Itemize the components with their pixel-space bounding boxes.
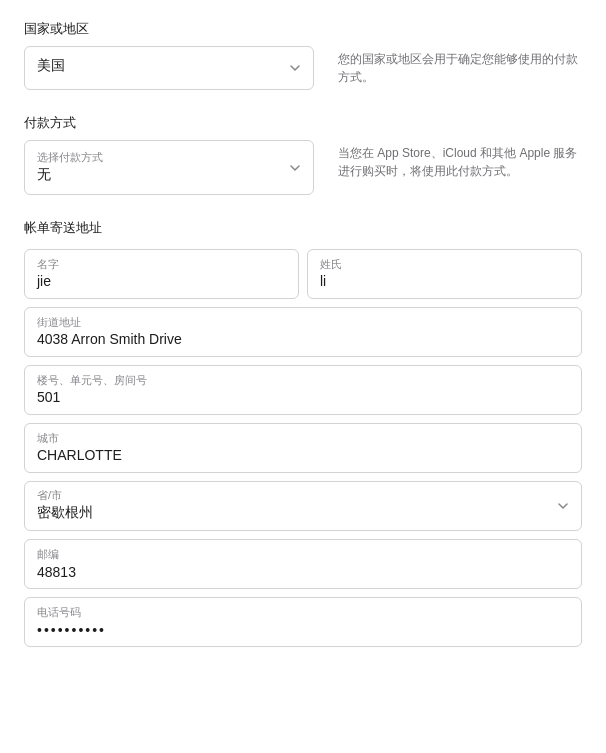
chevron-down-icon [289, 62, 301, 74]
apt-value: 501 [37, 389, 569, 405]
payment-right-col: 当您在 App Store、iCloud 和其他 Apple 服务进行购买时，将… [338, 114, 582, 195]
city-value: CHARLOTTE [37, 447, 569, 463]
last-name-field[interactable]: 姓氏 li [307, 249, 582, 299]
zip-field[interactable]: 邮编 48813 [24, 539, 582, 589]
apt-label: 楼号、单元号、房间号 [37, 373, 569, 387]
state-value: 密歇根州 [37, 504, 545, 522]
zip-label: 邮编 [37, 547, 569, 561]
first-name-value: jie [37, 273, 286, 289]
payment-left-col: 付款方式 选择付款方式 无 [24, 114, 314, 195]
country-right-col: 您的国家或地区会用于确定您能够使用的付款方式。 [338, 20, 582, 90]
billing-title: 帐单寄送地址 [24, 219, 582, 237]
country-select[interactable]: 美国 [24, 46, 314, 90]
first-name-field[interactable]: 名字 jie [24, 249, 299, 299]
apt-field[interactable]: 楼号、单元号、房间号 501 [24, 365, 582, 415]
phone-field[interactable]: 电话号码 •••••••••• [24, 597, 582, 647]
country-label: 国家或地区 [24, 20, 314, 38]
street-field[interactable]: 街道地址 4038 Arron Smith Drive [24, 307, 582, 357]
chevron-down-icon-state [557, 500, 569, 512]
country-region-row: 国家或地区 美国 您的国家或地区会用于确定您能够使用的付款方式。 [24, 20, 582, 90]
phone-label: 电话号码 [37, 605, 569, 619]
zip-value: 48813 [37, 564, 569, 580]
payment-value: 无 [37, 166, 277, 184]
city-label: 城市 [37, 431, 569, 445]
country-helper: 您的国家或地区会用于确定您能够使用的付款方式。 [338, 20, 582, 86]
last-name-value: li [320, 273, 569, 289]
payment-helper: 当您在 App Store、iCloud 和其他 Apple 服务进行购买时，将… [338, 114, 582, 180]
name-row: 名字 jie 姓氏 li [24, 249, 582, 299]
country-left-col: 国家或地区 美国 [24, 20, 314, 90]
payment-select[interactable]: 选择付款方式 无 [24, 140, 314, 195]
first-name-label: 名字 [37, 257, 286, 271]
last-name-label: 姓氏 [320, 257, 569, 271]
payment-label: 付款方式 [24, 114, 314, 132]
state-label: 省/市 [37, 488, 545, 502]
city-field[interactable]: 城市 CHARLOTTE [24, 423, 582, 473]
country-value: 美国 [37, 57, 277, 75]
phone-value: •••••••••• [37, 622, 569, 638]
street-value: 4038 Arron Smith Drive [37, 331, 569, 347]
street-label: 街道地址 [37, 315, 569, 329]
payment-row: 付款方式 选择付款方式 无 当您在 App Store、iCloud 和其他 A… [24, 114, 582, 195]
state-field[interactable]: 省/市 密歇根州 [24, 481, 582, 531]
payment-placeholder: 选择付款方式 [37, 151, 277, 164]
chevron-down-icon-payment [289, 162, 301, 174]
billing-section: 帐单寄送地址 名字 jie 姓氏 li 街道地址 4038 Arron Smit… [24, 219, 582, 647]
